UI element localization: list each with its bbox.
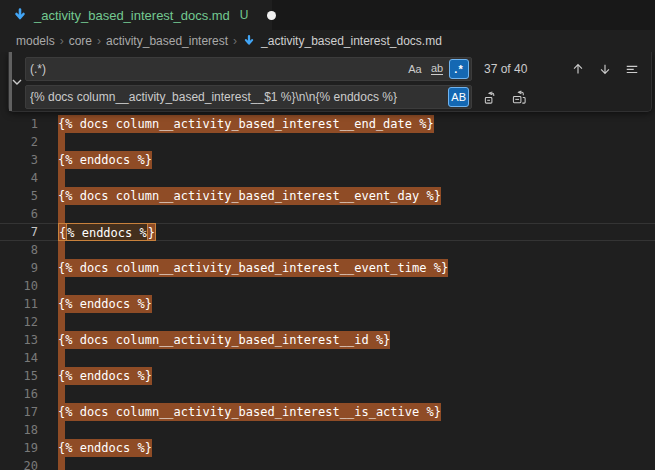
markdown-file-icon <box>12 7 28 23</box>
breadcrumb-models[interactable]: models <box>16 34 55 48</box>
line-number: 3 <box>0 151 38 169</box>
line-content[interactable] <box>58 349 65 367</box>
replace-button[interactable] <box>480 87 500 107</box>
whole-word-toggle[interactable]: ab <box>427 59 447 79</box>
unsaved-dot-icon[interactable] <box>267 11 276 20</box>
breadcrumb-activity-based-interest[interactable]: activity_based_interest <box>106 34 228 48</box>
next-match-button[interactable] <box>595 59 615 79</box>
editor[interactable]: Aa ab .* 37 of 40 <box>0 52 655 470</box>
code-area[interactable]: 1{% docs column__activity_based_interest… <box>0 115 655 470</box>
line-number: 7 <box>0 223 38 241</box>
find-match-empty-highlight <box>58 457 65 470</box>
code-line[interactable]: 15{% enddocs %} <box>0 367 655 385</box>
line-number: 14 <box>0 349 38 367</box>
git-status-badge: U <box>240 8 249 22</box>
code-line[interactable]: 19{% enddocs %} <box>0 439 655 457</box>
code-line[interactable]: 11{% enddocs %} <box>0 295 655 313</box>
find-match-highlight: {% docs column__activity_based_interest_… <box>58 331 390 349</box>
replace-all-button[interactable] <box>509 87 529 107</box>
close-find-button[interactable] <box>649 59 655 79</box>
line-number: 10 <box>0 277 38 295</box>
find-match-highlight: {% enddocs %} <box>58 439 152 457</box>
line-content[interactable] <box>58 457 65 470</box>
code-line[interactable]: 8 <box>0 241 655 259</box>
regex-toggle[interactable]: .* <box>449 59 469 79</box>
find-match-highlight: {% docs column__activity_based_interest_… <box>58 187 441 205</box>
code-line[interactable]: 16 <box>0 385 655 403</box>
find-match-empty-highlight <box>58 385 65 403</box>
code-line[interactable]: 10 <box>0 277 655 295</box>
line-number: 5 <box>0 187 38 205</box>
code-line[interactable]: 4 <box>0 169 655 187</box>
match-case-toggle[interactable]: Aa <box>405 59 425 79</box>
code-line[interactable]: 6 <box>0 205 655 223</box>
line-number: 1 <box>0 115 38 133</box>
line-content[interactable] <box>58 241 65 259</box>
line-number: 18 <box>0 421 38 439</box>
find-match-empty-highlight <box>58 349 65 367</box>
breadcrumb: models › core › activity_based_interest … <box>0 30 655 52</box>
line-content[interactable]: {% enddocs %} <box>58 439 152 457</box>
find-match-empty-highlight <box>58 205 65 223</box>
line-number: 19 <box>0 439 38 457</box>
find-widget-resize-sash[interactable] <box>9 52 12 111</box>
line-content[interactable] <box>58 313 65 331</box>
line-content[interactable]: {% docs column__activity_based_interest_… <box>58 331 390 349</box>
line-content[interactable]: {% docs column__activity_based_interest_… <box>58 115 434 133</box>
line-content[interactable]: {% enddocs %} <box>58 223 156 241</box>
line-content[interactable]: {% docs column__activity_based_interest_… <box>58 259 448 277</box>
code-line[interactable]: 1{% docs column__activity_based_interest… <box>0 115 655 133</box>
line-number: 17 <box>0 403 38 421</box>
line-number: 8 <box>0 241 38 259</box>
line-content[interactable] <box>58 169 65 187</box>
tab-activity-based-interest-docs[interactable]: _activity_based_interest_docs.md U <box>0 0 272 30</box>
matching-bracket-close: } <box>147 223 156 241</box>
code-line[interactable]: 20 <box>0 457 655 470</box>
code-line[interactable]: 3{% enddocs %} <box>0 151 655 169</box>
line-content[interactable] <box>58 385 65 403</box>
line-content[interactable] <box>58 133 65 151</box>
code-line[interactable]: 14 <box>0 349 655 367</box>
line-content[interactable]: {% enddocs %} <box>58 151 152 169</box>
find-match-highlight: {% enddocs %} <box>58 367 152 385</box>
line-content[interactable] <box>58 277 65 295</box>
arrow-down-icon <box>598 62 612 76</box>
find-match-empty-highlight <box>58 421 65 439</box>
code-line[interactable]: 5{% docs column__activity_based_interest… <box>0 187 655 205</box>
breadcrumb-core[interactable]: core <box>69 34 92 48</box>
three-lines-icon <box>625 62 639 76</box>
line-content[interactable]: {% docs column__activity_based_interest_… <box>58 403 441 421</box>
line-content[interactable] <box>58 421 65 439</box>
tab-bar: _activity_based_interest_docs.md U <box>0 0 655 30</box>
line-content[interactable] <box>58 205 65 223</box>
breadcrumb-file[interactable]: _activity_based_interest_docs.md <box>242 34 442 48</box>
line-number: 9 <box>0 259 38 277</box>
line-content[interactable]: {% docs column__activity_based_interest_… <box>58 187 441 205</box>
find-match-empty-highlight <box>58 169 65 187</box>
code-line[interactable]: 2 <box>0 133 655 151</box>
find-in-selection-button[interactable] <box>622 59 642 79</box>
find-match-empty-highlight <box>58 277 65 295</box>
current-match-text: % enddocs % <box>67 224 146 240</box>
replace-input[interactable] <box>25 85 472 109</box>
line-number: 6 <box>0 205 38 223</box>
markdown-file-icon <box>242 34 256 48</box>
previous-match-button[interactable] <box>568 59 588 79</box>
preserve-case-toggle[interactable]: AB <box>448 87 469 107</box>
code-line[interactable]: 7{% enddocs %} <box>0 223 655 241</box>
code-line[interactable]: 13{% docs column__activity_based_interes… <box>0 331 655 349</box>
chevron-right-icon: › <box>60 34 64 48</box>
line-number: 20 <box>0 457 38 470</box>
tab-filename: _activity_based_interest_docs.md <box>34 8 230 23</box>
chevron-right-icon: › <box>233 34 237 48</box>
code-line[interactable]: 18 <box>0 421 655 439</box>
find-row: Aa ab .* 37 of 40 <box>25 57 655 81</box>
find-match-empty-highlight <box>58 313 65 331</box>
current-find-match: {% enddocs %} <box>58 223 156 241</box>
code-line[interactable]: 9{% docs column__activity_based_interest… <box>0 259 655 277</box>
line-content[interactable]: {% enddocs %} <box>58 367 152 385</box>
code-line[interactable]: 17{% docs column__activity_based_interes… <box>0 403 655 421</box>
line-content[interactable]: {% enddocs %} <box>58 295 152 313</box>
code-line[interactable]: 12 <box>0 313 655 331</box>
find-match-empty-highlight <box>58 133 65 151</box>
